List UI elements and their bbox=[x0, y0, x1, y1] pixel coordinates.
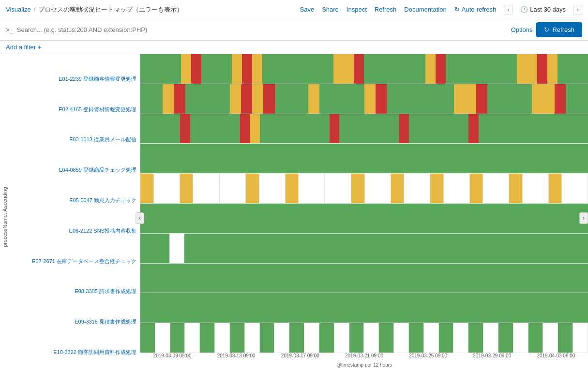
heatmap-cell bbox=[260, 114, 290, 144]
row-label: E05-0047 勤怠入力チェック bbox=[10, 186, 140, 216]
refresh-icon: ↻ bbox=[454, 6, 460, 13]
heatmap-cell bbox=[286, 84, 308, 114]
heatmap-cell bbox=[163, 84, 174, 114]
heatmap-cell bbox=[409, 323, 423, 353]
y-axis-label-outer: processName: Ascending bbox=[0, 54, 10, 382]
heatmap-cell bbox=[330, 114, 340, 144]
row-label: E09-3316 見積書作成処理 bbox=[10, 307, 140, 337]
top-nav-actions: Save Share Inspect Refresh Documentation… bbox=[300, 5, 582, 15]
heatmap-cell bbox=[482, 174, 509, 203]
heatmap-row bbox=[140, 204, 588, 234]
date-range-label: Last 30 days bbox=[530, 6, 566, 13]
breadcrumb-sep: / bbox=[34, 6, 35, 13]
heatmap-row bbox=[140, 293, 588, 323]
filter-bar: Add a filter + bbox=[0, 41, 588, 54]
heatmap-cell bbox=[191, 54, 201, 84]
heatmap-cell bbox=[170, 323, 185, 353]
refresh-button[interactable]: Refresh bbox=[375, 6, 397, 13]
heatmap-cell bbox=[333, 54, 354, 84]
heatmap-cell bbox=[558, 323, 573, 353]
x-tick: 2019-03-21 09:00 bbox=[332, 353, 396, 358]
next-date-button[interactable]: › bbox=[573, 5, 582, 15]
heatmap-cell bbox=[466, 54, 517, 84]
heatmap-cell bbox=[220, 114, 240, 144]
heatmap-cell bbox=[289, 323, 304, 353]
visualize-link[interactable]: Visualize bbox=[6, 6, 31, 13]
heatmap-next-button[interactable]: › bbox=[579, 212, 588, 224]
heatmap-cell bbox=[190, 114, 220, 144]
refresh-blue-label: Refresh bbox=[552, 26, 574, 33]
documentation-button[interactable]: Documentation bbox=[404, 6, 446, 13]
heatmap-cell bbox=[140, 323, 155, 353]
auto-refresh-label: Auto-refresh bbox=[462, 6, 497, 13]
heatmap-cell bbox=[566, 84, 588, 114]
heatmap-cell bbox=[241, 84, 252, 114]
options-button[interactable]: Options bbox=[511, 26, 533, 33]
heatmap-cell bbox=[184, 323, 200, 353]
heatmap-cell bbox=[439, 323, 453, 353]
heatmap-row bbox=[140, 114, 588, 144]
heatmap-cell bbox=[543, 323, 558, 353]
heatmap-cell bbox=[391, 174, 404, 203]
heatmap-cell bbox=[561, 174, 588, 203]
heatmap-cell bbox=[230, 323, 244, 353]
row-label: E07-2671 在庫データベース整合性チェック bbox=[10, 246, 140, 276]
heatmap-cell bbox=[180, 174, 193, 203]
heatmap-cell bbox=[369, 114, 399, 144]
heatmap-cell bbox=[286, 174, 299, 203]
share-button[interactable]: Share bbox=[322, 6, 339, 13]
heatmap-row bbox=[140, 84, 588, 114]
x-tick: 2019-04-03 09:00 bbox=[524, 353, 588, 358]
heatmap-cell bbox=[180, 114, 190, 144]
heatmap-cell bbox=[155, 323, 170, 353]
row-label: E02-4165 登録資材情報変更処理 bbox=[10, 94, 140, 124]
x-tick: 2019-03-09 09:00 bbox=[140, 353, 204, 358]
heatmap-cell bbox=[446, 54, 466, 84]
chart-outer: E01-2239 登録顧客情報変更処理E02-4165 登録資材情報変更処理E0… bbox=[10, 54, 588, 382]
clock-icon: 🕐 bbox=[520, 6, 528, 13]
heatmap-cell bbox=[476, 84, 487, 114]
heatmap-cell bbox=[532, 84, 554, 114]
search-bar: >_ Options ↻ Refresh bbox=[0, 19, 588, 41]
heatmap-cell bbox=[140, 204, 588, 233]
heatmap-cell bbox=[423, 323, 439, 353]
inspect-button[interactable]: Inspect bbox=[347, 6, 367, 13]
heatmap-row bbox=[140, 323, 588, 353]
heatmap-cell bbox=[260, 323, 274, 353]
refresh-blue-button[interactable]: ↻ Refresh bbox=[536, 22, 582, 37]
heatmap-cell bbox=[470, 174, 483, 203]
heatmap-cell bbox=[528, 114, 588, 144]
row-label: E04-0859 登録商品チェック処理 bbox=[10, 155, 140, 185]
heatmap-cell bbox=[487, 84, 510, 114]
heatmap-cell bbox=[354, 54, 364, 84]
save-button[interactable]: Save bbox=[300, 6, 314, 13]
heatmap-cell bbox=[364, 54, 384, 84]
heatmap-cell bbox=[193, 174, 219, 203]
heatmap-cell bbox=[325, 174, 351, 203]
heatmap-cell bbox=[558, 54, 588, 84]
heatmap-cell bbox=[387, 84, 409, 114]
heatmap-cell bbox=[468, 323, 483, 353]
heatmap-cell bbox=[409, 114, 439, 144]
heatmap-cell bbox=[169, 234, 185, 263]
heatmap-cell bbox=[140, 264, 588, 293]
heatmap-cell bbox=[425, 54, 436, 84]
heatmap-cell bbox=[517, 54, 537, 84]
top-nav: Visualize / プロセスの稼動状況ヒートマップ（エラーも表示） Save… bbox=[0, 0, 588, 19]
y-axis-label: processName: Ascending bbox=[2, 189, 8, 247]
heatmap-cell bbox=[439, 114, 469, 144]
heatmap-cell bbox=[364, 84, 376, 114]
auto-refresh-button[interactable]: ↻ Auto-refresh bbox=[454, 6, 497, 13]
heatmap-cell bbox=[339, 114, 369, 144]
heatmap-cell bbox=[479, 114, 528, 144]
heatmap-cell bbox=[230, 84, 241, 114]
add-filter-label: Add a filter bbox=[6, 44, 36, 51]
heatmap-cell bbox=[275, 84, 286, 114]
heatmap-cell bbox=[430, 174, 443, 203]
heatmap-cell bbox=[537, 54, 547, 84]
heatmap-prev-button[interactable]: ‹ bbox=[136, 212, 144, 224]
add-filter-button[interactable]: Add a filter + bbox=[6, 44, 42, 51]
prev-date-button[interactable]: ‹ bbox=[504, 5, 513, 15]
search-prompt: >_ bbox=[6, 26, 13, 33]
search-input[interactable] bbox=[17, 26, 507, 33]
